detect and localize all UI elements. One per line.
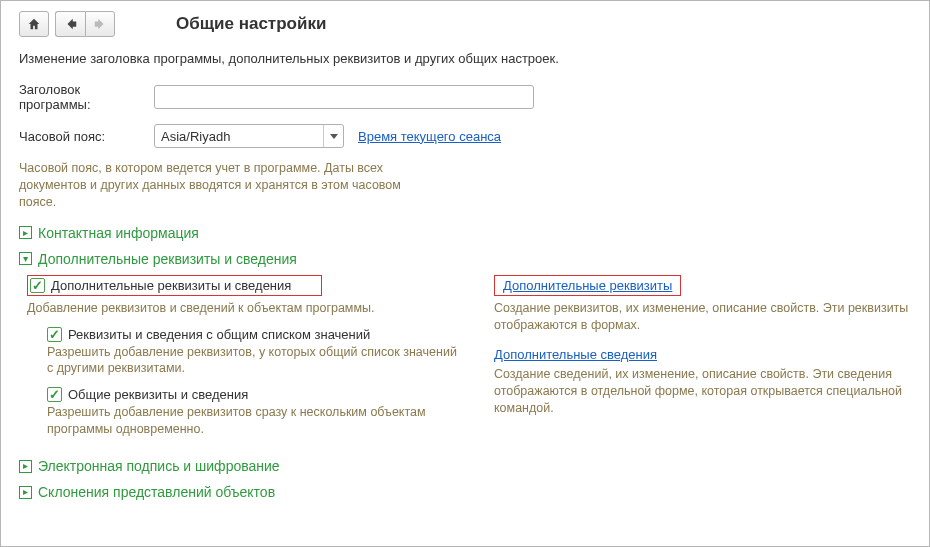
extra-requisites-link[interactable]: Дополнительные реквизиты	[503, 278, 672, 293]
timezone-hint: Часовой пояс, в котором ведется учет в п…	[19, 160, 439, 211]
nav-group	[55, 11, 115, 37]
shared-list-option: Реквизиты и сведения с общим списком зна…	[47, 327, 464, 378]
highlight-box-main-checkbox: Дополнительные реквизиты и сведения	[27, 275, 322, 296]
extra-attrs-right-col: Дополнительные реквизиты Создание реквиз…	[494, 275, 911, 431]
extra-attrs-left-col: Дополнительные реквизиты и сведения Доба…	[19, 275, 464, 448]
session-time-link[interactable]: Время текущего сеанса	[358, 129, 501, 144]
section-declensions-title: Склонения представлений объектов	[38, 484, 275, 500]
expand-icon	[19, 226, 32, 239]
section-contact-title: Контактная информация	[38, 225, 199, 241]
page-title: Общие настройки	[176, 14, 326, 34]
timezone-select[interactable]: Asia/Riyadh	[154, 124, 344, 148]
settings-window: Общие настройки Изменение заголовка прог…	[0, 0, 930, 547]
shared-list-checkbox[interactable]	[47, 327, 62, 342]
collapse-icon	[19, 252, 32, 265]
extra-attrs-main-hint: Добавление реквизитов и сведений к объек…	[27, 300, 464, 317]
forward-button[interactable]	[85, 11, 115, 37]
toolbar: Общие настройки	[19, 11, 911, 37]
program-title-input[interactable]	[154, 85, 534, 109]
expand-icon	[19, 486, 32, 499]
extra-attrs-checkbox-label: Дополнительные реквизиты и сведения	[51, 278, 291, 293]
program-title-row: Заголовок программы:	[19, 82, 911, 112]
section-extra-attrs[interactable]: Дополнительные реквизиты и сведения	[19, 251, 911, 267]
home-button[interactable]	[19, 11, 49, 37]
home-icon	[27, 17, 41, 31]
common-attrs-checkbox[interactable]	[47, 387, 62, 402]
extra-info-link[interactable]: Дополнительные сведения	[494, 347, 657, 362]
timezone-row: Часовой пояс: Asia/Riyadh Время текущего…	[19, 124, 911, 148]
chevron-down-icon	[330, 132, 338, 140]
arrow-right-icon	[93, 17, 107, 31]
shared-list-hint: Разрешить добавление реквизитов, у котор…	[47, 344, 464, 378]
section-signature[interactable]: Электронная подпись и шифрование	[19, 458, 911, 474]
common-attrs-hint: Разрешить добавление реквизитов сразу к …	[47, 404, 464, 438]
extra-info-hint: Создание сведений, их изменение, описани…	[494, 366, 911, 417]
arrow-left-icon	[64, 17, 78, 31]
highlight-box-extra-req-link: Дополнительные реквизиты	[494, 275, 681, 296]
common-attrs-option: Общие реквизиты и сведения Разрешить доб…	[47, 387, 464, 438]
page-description: Изменение заголовка программы, дополните…	[19, 51, 911, 66]
extra-attrs-content: Дополнительные реквизиты и сведения Доба…	[19, 275, 911, 448]
timezone-value: Asia/Riyadh	[155, 129, 323, 144]
section-signature-title: Электронная подпись и шифрование	[38, 458, 280, 474]
program-title-label: Заголовок программы:	[19, 82, 154, 112]
extra-requisites-hint: Создание реквизитов, их изменение, описа…	[494, 300, 911, 334]
section-extra-attrs-title: Дополнительные реквизиты и сведения	[38, 251, 297, 267]
timezone-dropdown-button[interactable]	[323, 125, 343, 147]
timezone-label: Часовой пояс:	[19, 129, 154, 144]
shared-list-label: Реквизиты и сведения с общим списком зна…	[68, 327, 370, 342]
common-attrs-label: Общие реквизиты и сведения	[68, 387, 248, 402]
section-declensions[interactable]: Склонения представлений объектов	[19, 484, 911, 500]
expand-icon	[19, 460, 32, 473]
section-contact-info[interactable]: Контактная информация	[19, 225, 911, 241]
back-button[interactable]	[55, 11, 85, 37]
sub-options: Реквизиты и сведения с общим списком зна…	[47, 327, 464, 439]
extra-attrs-checkbox[interactable]	[30, 278, 45, 293]
